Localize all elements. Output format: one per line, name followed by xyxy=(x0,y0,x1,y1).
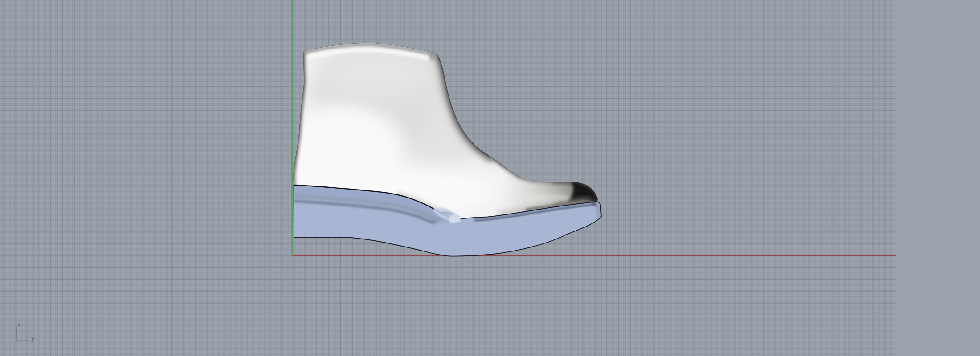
svg-text:y: y xyxy=(32,336,35,342)
svg-text:z: z xyxy=(18,321,20,327)
